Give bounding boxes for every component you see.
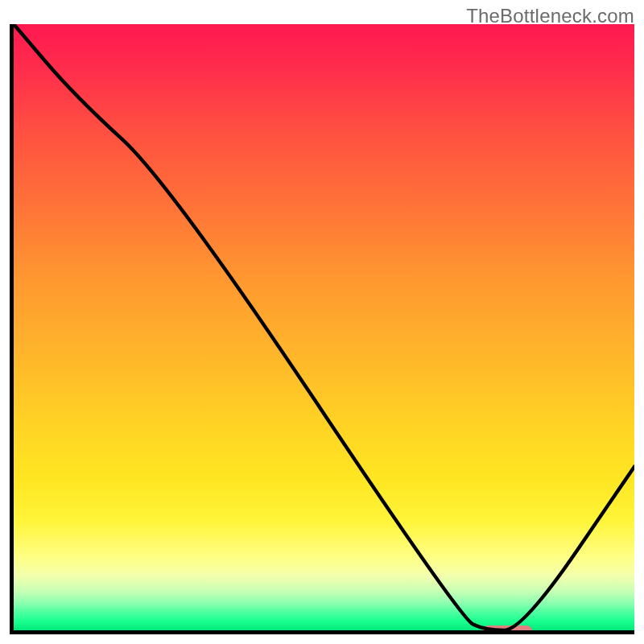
plot-area <box>10 24 634 634</box>
chart-container: TheBottleneck.com <box>0 0 644 644</box>
background-gradient <box>14 24 634 630</box>
